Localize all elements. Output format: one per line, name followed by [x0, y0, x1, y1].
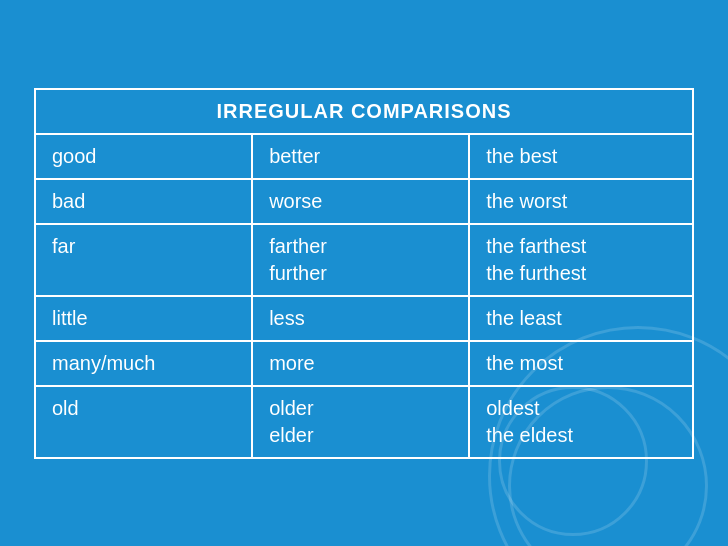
comparative-cell: more: [252, 341, 469, 386]
table-row: many/muchmorethe most: [35, 341, 693, 386]
table-title: IRREGULAR COMPARISONS: [35, 89, 693, 134]
cell-word: elder: [269, 424, 452, 447]
positive-cell: old: [35, 386, 252, 458]
cell-word: oldest: [486, 397, 676, 420]
superlative-cell: the most: [469, 341, 693, 386]
table-row: farfartherfurtherthe farthestthe furthes…: [35, 224, 693, 296]
cell-word: farther: [269, 235, 452, 258]
table-container: IRREGULAR COMPARISONS goodbetterthe best…: [14, 68, 714, 479]
superlative-cell: the best: [469, 134, 693, 179]
comparative-cell: better: [252, 134, 469, 179]
positive-cell: bad: [35, 179, 252, 224]
cell-word: the furthest: [486, 262, 676, 285]
comparison-table: IRREGULAR COMPARISONS goodbetterthe best…: [34, 88, 694, 459]
positive-cell: little: [35, 296, 252, 341]
cell-word: older: [269, 397, 452, 420]
table-row: badworsethe worst: [35, 179, 693, 224]
table-row: oldolderelderoldestthe eldest: [35, 386, 693, 458]
table-row: goodbetterthe best: [35, 134, 693, 179]
positive-cell: many/much: [35, 341, 252, 386]
comparative-cell: worse: [252, 179, 469, 224]
cell-word: the farthest: [486, 235, 676, 258]
superlative-cell: the worst: [469, 179, 693, 224]
comparative-cell: olderelder: [252, 386, 469, 458]
superlative-cell: the farthestthe furthest: [469, 224, 693, 296]
superlative-cell: the least: [469, 296, 693, 341]
superlative-cell: oldestthe eldest: [469, 386, 693, 458]
positive-cell: good: [35, 134, 252, 179]
positive-cell: far: [35, 224, 252, 296]
table-row: littlelessthe least: [35, 296, 693, 341]
cell-word: the eldest: [486, 424, 676, 447]
comparative-cell: fartherfurther: [252, 224, 469, 296]
cell-word: further: [269, 262, 452, 285]
comparative-cell: less: [252, 296, 469, 341]
